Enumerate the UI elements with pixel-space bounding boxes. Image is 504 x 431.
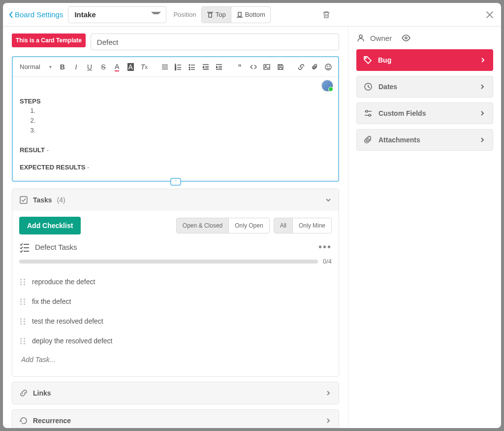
indent-icon[interactable] <box>214 61 225 73</box>
align-icon[interactable] <box>159 61 171 73</box>
link-icon <box>19 389 28 398</box>
scope-filter: All Only Mine <box>274 218 332 233</box>
custom-fields-panel[interactable]: Custom Fields <box>356 102 493 124</box>
position-top[interactable]: Top <box>201 6 231 23</box>
task-row[interactable]: deploy the resolved defect <box>19 331 332 351</box>
recurrence-section: Recurrence <box>12 409 339 428</box>
outdent-icon[interactable] <box>200 61 212 73</box>
close-icon[interactable] <box>484 9 495 20</box>
link-icon[interactable] <box>295 61 307 73</box>
code-icon[interactable] <box>248 61 259 73</box>
task-row[interactable]: fix the defect <box>19 292 332 311</box>
presence-avatar <box>321 80 333 92</box>
template-badge: This is a Card Template <box>12 33 86 47</box>
paperclip-icon <box>364 135 373 144</box>
tag-icon <box>363 56 372 65</box>
text-color-icon[interactable]: A <box>111 61 123 73</box>
steps-list <box>37 107 331 136</box>
strikethrough-icon[interactable]: S <box>97 61 109 73</box>
svg-rect-27 <box>264 65 270 69</box>
task-row[interactable]: reproduce the defect <box>19 272 332 292</box>
svg-point-13 <box>189 65 190 66</box>
svg-point-38 <box>366 110 368 112</box>
editor-toolbar: Normal B I U S A A Tx 123 ” <box>13 57 338 77</box>
back-to-board-settings[interactable]: Board Settings <box>9 10 63 19</box>
svg-rect-2 <box>238 12 241 16</box>
svg-rect-1 <box>209 13 212 17</box>
svg-point-35 <box>365 58 366 59</box>
recurrence-icon <box>19 416 28 425</box>
chevron-right-icon <box>479 57 486 64</box>
card-template-modal: Board Settings Intake Position Top Botto… <box>3 3 501 428</box>
steps-heading: STEPS <box>20 98 331 105</box>
image-icon[interactable] <box>261 61 273 73</box>
ordered-list-icon[interactable]: 123 <box>172 61 184 73</box>
position-label: Position <box>173 11 196 18</box>
drag-handle-icon[interactable] <box>20 279 26 285</box>
svg-text:3: 3 <box>175 68 176 70</box>
save-icon[interactable] <box>275 61 286 73</box>
checklist-title[interactable]: Defect Tasks <box>35 243 77 251</box>
drag-handle-icon[interactable] <box>20 338 26 344</box>
filter-open-closed[interactable]: Open & Closed <box>176 218 229 233</box>
format-select[interactable]: Normal <box>17 61 55 72</box>
emoji-icon[interactable] <box>322 61 334 73</box>
highlight-icon[interactable]: A <box>125 61 136 73</box>
step-item <box>37 127 331 136</box>
task-label: test the resolved defect <box>32 317 103 325</box>
attachment-icon[interactable] <box>309 61 320 73</box>
sidebar: Owner Bug Dates Custom Fields Attach <box>348 27 501 428</box>
tasks-header[interactable]: Tasks (4) <box>12 189 339 211</box>
quote-icon[interactable]: ” <box>234 61 246 73</box>
card-title-input[interactable] <box>91 33 339 50</box>
add-checklist-button[interactable]: Add Checklist <box>19 217 81 234</box>
svg-rect-32 <box>20 197 27 203</box>
eye-icon[interactable] <box>402 33 410 42</box>
drag-handle-icon[interactable] <box>20 318 26 325</box>
links-header[interactable]: Links <box>12 382 339 404</box>
filter-only-mine[interactable]: Only Mine <box>293 218 332 233</box>
svg-point-28 <box>265 66 266 66</box>
underline-icon[interactable]: U <box>84 61 95 73</box>
unordered-list-icon[interactable] <box>186 61 198 73</box>
add-task-input[interactable] <box>19 351 332 368</box>
task-label: reproduce the defect <box>32 278 95 286</box>
position-toggle: Top Bottom <box>201 6 271 23</box>
chevron-right-icon <box>479 110 486 117</box>
italic-icon[interactable]: I <box>70 61 82 73</box>
task-label: deploy the resolved defect <box>32 337 112 345</box>
tag-panel[interactable]: Bug <box>356 49 493 71</box>
main-column: This is a Card Template Normal B I U S A… <box>3 27 348 428</box>
back-label: Board Settings <box>15 10 63 19</box>
drag-handle-icon[interactable] <box>20 298 26 305</box>
svg-point-40 <box>369 114 371 116</box>
collapse-handle[interactable]: ⌃ <box>170 178 181 186</box>
bold-icon[interactable]: B <box>57 61 68 73</box>
svg-point-34 <box>405 37 407 39</box>
checklist-menu[interactable]: ••• <box>318 241 332 253</box>
clear-format-icon[interactable]: Tx <box>138 61 150 73</box>
sliders-icon <box>364 109 373 118</box>
step-item <box>37 107 331 117</box>
filter-all[interactable]: All <box>274 218 293 233</box>
editor-content[interactable]: STEPS RESULT - EXPECTED RESULTS - <box>13 77 338 181</box>
filter-only-open[interactable]: Only Open <box>229 218 269 233</box>
progress-text: 0/4 <box>323 258 332 265</box>
recurrence-header[interactable]: Recurrence <box>12 410 339 428</box>
position-bottom[interactable]: Bottom <box>231 6 271 23</box>
expected-heading: EXPECTED RESULTS - <box>20 164 331 171</box>
user-icon <box>356 33 365 42</box>
modal-header: Board Settings Intake Position Top Botto… <box>3 3 501 27</box>
task-row[interactable]: test the resolved defect <box>19 311 332 331</box>
lane-select[interactable]: Intake <box>68 6 166 23</box>
tasks-section: Tasks (4) Add Checklist Open & Closed On… <box>12 189 339 377</box>
chevron-right-icon <box>325 417 332 424</box>
svg-point-30 <box>327 66 328 66</box>
chevron-right-icon <box>325 390 332 397</box>
owner-label[interactable]: Owner <box>370 34 392 42</box>
clock-icon <box>364 82 373 91</box>
svg-point-17 <box>189 69 190 70</box>
trash-icon[interactable] <box>322 10 331 19</box>
attachments-panel[interactable]: Attachments <box>356 129 493 151</box>
dates-panel[interactable]: Dates <box>356 76 493 98</box>
